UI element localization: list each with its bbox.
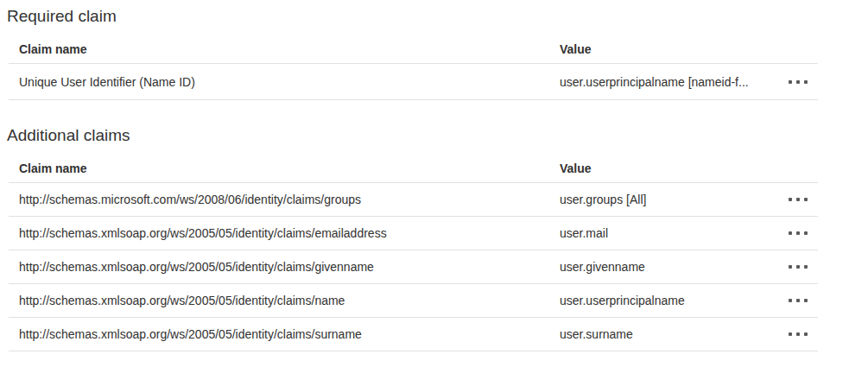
row-context-menu-button[interactable] <box>787 193 809 206</box>
claim-value-cell: user.surname <box>560 327 773 341</box>
row-context-menu-button[interactable] <box>787 226 809 240</box>
claim-name-cell: Unique User Identifier (Name ID) <box>19 75 560 89</box>
claim-name-cell: http://schemas.xmlsoap.org/ws/2005/05/id… <box>19 260 560 274</box>
ellipsis-horizontal-icon <box>789 198 808 201</box>
table-row[interactable]: http://schemas.xmlsoap.org/ws/2005/05/id… <box>9 284 818 318</box>
menu-cell <box>773 226 818 240</box>
additional-claims-table: Claim name Value http://schemas.microsof… <box>9 154 818 351</box>
row-context-menu-button[interactable] <box>787 260 809 274</box>
menu-cell <box>773 294 818 307</box>
claim-name-cell: http://schemas.microsoft.com/ws/2008/06/… <box>19 193 560 206</box>
row-context-menu-button[interactable] <box>787 327 809 341</box>
menu-cell <box>773 260 818 274</box>
menu-cell <box>773 193 818 206</box>
required-claim-title: Required claim <box>7 7 868 26</box>
ellipsis-horizontal-icon <box>789 332 808 336</box>
claim-value-cell: user.groups [All] <box>560 193 773 206</box>
claim-name-column-header: Claim name <box>19 42 560 56</box>
menu-cell <box>773 327 818 341</box>
claim-name-cell: http://schemas.xmlsoap.org/ws/2005/05/id… <box>19 294 560 307</box>
additional-claims-section: Additional claims Claim name Value http:… <box>7 126 868 351</box>
table-row[interactable]: http://schemas.xmlsoap.org/ws/2005/05/id… <box>9 250 818 284</box>
claim-name-column-header: Claim name <box>19 161 560 175</box>
menu-cell <box>773 75 818 89</box>
table-row[interactable]: http://schemas.xmlsoap.org/ws/2005/05/id… <box>9 318 818 351</box>
ellipsis-horizontal-icon <box>789 299 808 302</box>
claim-value-cell: user.givenname <box>560 260 773 274</box>
table-row[interactable]: http://schemas.microsoft.com/ws/2008/06/… <box>9 183 818 217</box>
row-context-menu-button[interactable] <box>787 75 809 89</box>
required-claims-table: Claim name Value Unique User Identifier … <box>9 35 818 100</box>
claim-name-cell: http://schemas.xmlsoap.org/ws/2005/05/id… <box>19 327 560 341</box>
required-claim-section: Required claim Claim name Value Unique U… <box>7 7 868 100</box>
claim-value-cell: user.userprincipalname [nameid-f... <box>560 75 773 89</box>
value-column-header: Value <box>560 42 773 56</box>
table-row[interactable]: http://schemas.xmlsoap.org/ws/2005/05/id… <box>9 217 818 250</box>
additional-claims-title: Additional claims <box>7 126 868 145</box>
row-context-menu-button[interactable] <box>787 294 809 307</box>
ellipsis-horizontal-icon <box>789 80 808 84</box>
claim-value-cell: user.userprincipalname <box>560 294 773 307</box>
table-header-row: Claim name Value <box>9 35 818 64</box>
claim-value-cell: user.mail <box>560 226 773 240</box>
value-column-header: Value <box>560 161 773 175</box>
claim-name-cell: http://schemas.xmlsoap.org/ws/2005/05/id… <box>19 226 560 240</box>
ellipsis-horizontal-icon <box>789 231 808 235</box>
attributes-and-claims-panel: Required claim Claim name Value Unique U… <box>0 0 868 351</box>
ellipsis-horizontal-icon <box>789 265 808 269</box>
table-row[interactable]: Unique User Identifier (Name ID) user.us… <box>9 64 818 100</box>
table-header-row: Claim name Value <box>9 154 818 183</box>
